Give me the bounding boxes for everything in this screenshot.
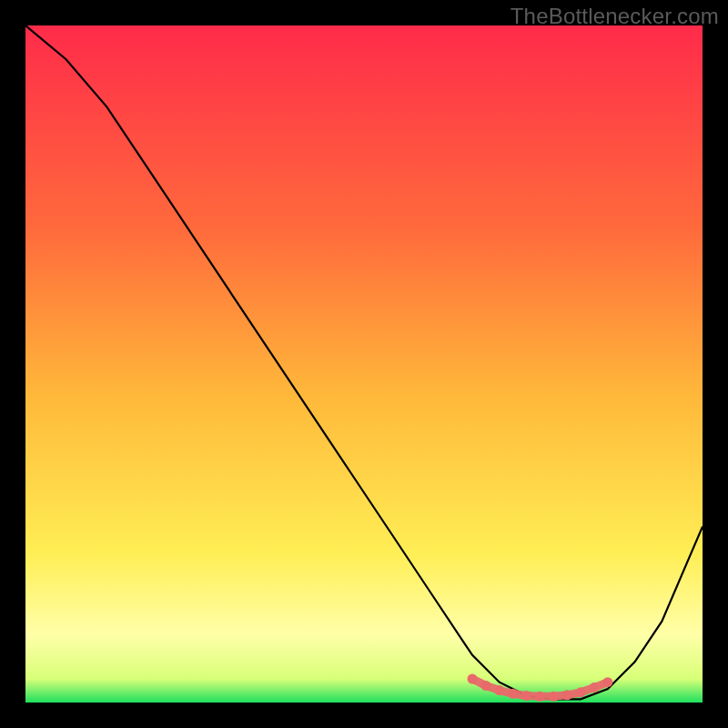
watermark-text: TheBottlenecker.com [511,4,719,29]
optimal-marker [590,682,600,693]
plot-area [25,25,703,703]
optimal-marker [521,691,531,701]
chart-frame: TheBottlenecker.com [0,0,728,728]
optimal-marker [602,677,612,687]
optimal-marker [494,685,504,695]
optimal-marker [508,689,518,699]
chart-svg [25,25,703,703]
gradient-background [25,25,703,703]
optimal-marker [468,674,478,684]
optimal-marker [562,690,572,700]
optimal-marker [576,687,586,697]
optimal-marker [535,692,545,702]
optimal-marker [549,692,559,702]
optimal-marker [480,681,490,691]
